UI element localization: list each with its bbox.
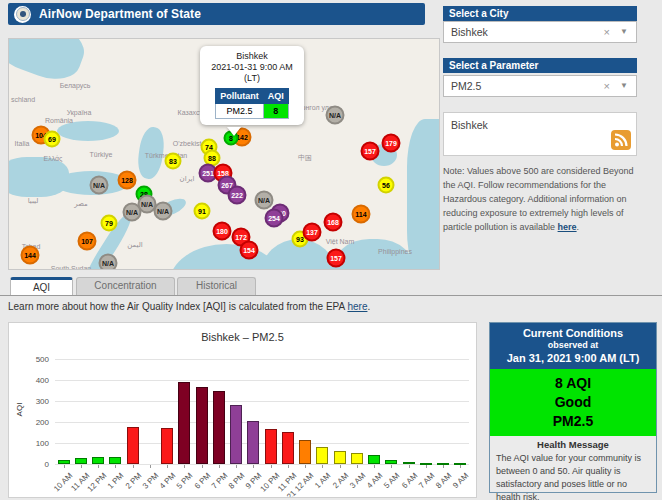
note-here-link[interactable]: here	[558, 222, 577, 232]
chart-y-tick: 500	[25, 355, 49, 364]
map-aqi-marker[interactable]: N/A	[154, 202, 173, 221]
chart-x-label: 7 AM	[417, 471, 436, 490]
chart-bar	[230, 405, 242, 464]
chart-x-tick	[133, 465, 134, 468]
note-text: Note: Values above 500 are considered Be…	[443, 164, 645, 234]
chart-x-label: 8 PM	[227, 471, 247, 491]
map-aqi-marker[interactable]: 144	[21, 246, 40, 265]
popup-pollutant-value: PM2.5	[216, 104, 264, 119]
popup-datetime: 2021-01-31 9:00 AM	[204, 62, 300, 73]
health-message-title: Health Message	[496, 439, 650, 450]
map-country-label: Україна	[67, 109, 92, 116]
chart-x-tick	[98, 465, 99, 468]
map-aqi-marker[interactable]: 79	[101, 215, 118, 232]
map-aqi-marker[interactable]: 254	[265, 209, 284, 228]
parameter-chevron-down-icon[interactable]: ▼	[620, 76, 628, 96]
map-aqi-marker[interactable]: 222	[228, 186, 247, 205]
map-aqi-marker[interactable]: N/A	[90, 176, 109, 195]
map-aqi-marker[interactable]: N/A	[255, 191, 274, 210]
tab-concentration[interactable]: Concentration	[76, 277, 175, 295]
rss-feed-box: Bishkek	[443, 112, 637, 156]
map-country-label: România	[45, 117, 73, 124]
map-aqi-marker[interactable]: 168	[324, 213, 343, 232]
chart-x-tick	[409, 465, 410, 468]
map-aqi-marker[interactable]: 128	[118, 171, 137, 190]
map-aqi-marker[interactable]: N/A	[99, 254, 118, 271]
department-of-state-seal-icon	[14, 6, 31, 23]
map-aqi-marker[interactable]: N/A	[123, 203, 142, 222]
chart-bar	[299, 440, 311, 464]
rss-icon[interactable]	[611, 130, 631, 150]
observed-datetime: Jan 31, 2021 9:00 AM (LT)	[490, 351, 656, 366]
airnow-page: AirNow Department of State schlandБелару…	[0, 0, 662, 500]
map-aqi-marker[interactable]: 137	[303, 223, 322, 242]
chart-bar	[75, 458, 87, 464]
map-aqi-marker[interactable]: 114	[352, 205, 371, 224]
city-select[interactable]: Bishkek × ▼	[443, 21, 637, 43]
chart-x-tick	[236, 465, 237, 468]
chart-x-tick	[202, 465, 203, 468]
tab-historical[interactable]: Historical	[177, 277, 256, 295]
map-aqi-marker[interactable]: 107	[78, 232, 97, 251]
chart-bar	[385, 460, 397, 464]
health-message-box: Health Message The AQI value for your co…	[490, 436, 656, 492]
aqi-world-map[interactable]: schlandБеларусьУкраїнаRomâniaItaliaΕλλάς…	[8, 38, 440, 270]
map-country-label: Türkiye	[90, 151, 113, 158]
map-aqi-marker[interactable]: N/A	[326, 106, 345, 125]
chart-x-label: 2 PM	[123, 471, 143, 491]
chart-x-tick	[374, 465, 375, 468]
map-aqi-marker[interactable]: 154	[240, 241, 259, 260]
aqi-value: 8 AQI	[490, 374, 656, 393]
map-aqi-marker[interactable]: 179	[382, 134, 401, 153]
map-country-label: South Sudan	[51, 265, 91, 271]
city-chevron-down-icon[interactable]: ▼	[620, 22, 628, 42]
parameter-clear-icon[interactable]: ×	[604, 76, 610, 96]
map-aqi-marker[interactable]: 69	[44, 131, 61, 148]
map-aqi-marker[interactable]: 56	[378, 177, 395, 194]
map-aqi-marker[interactable]: 180	[213, 222, 232, 241]
observed-at-label: observed at	[490, 340, 656, 351]
chart-x-label: 10 AM	[52, 471, 74, 493]
chart-bar	[403, 462, 415, 464]
chart-x-tick	[305, 465, 306, 468]
popup-col-pollutant: Pollutant	[216, 89, 264, 104]
chart-x-label: 7 PM	[210, 471, 230, 491]
chart-bar	[213, 391, 225, 464]
chart-y-tick: 300	[25, 397, 49, 406]
chart-x-label: 6 AM	[400, 471, 419, 490]
tab-divider	[0, 295, 662, 296]
tab-aqi[interactable]: AQI	[10, 277, 73, 295]
chart-bar	[282, 432, 294, 464]
parameter-select[interactable]: PM2.5 × ▼	[443, 75, 637, 97]
map-aqi-marker[interactable]: 157	[361, 142, 380, 161]
map-country-label: Беларусь	[60, 82, 91, 89]
chart-bar	[247, 421, 259, 464]
map-country-label: ليبيا	[28, 197, 39, 205]
chart-gridline	[55, 359, 469, 360]
map-country-label: schland	[11, 96, 35, 103]
chart-y-tick: 400	[25, 376, 49, 385]
map-country-label: Việt Nam	[326, 238, 355, 245]
learn-more-here-link[interactable]: here	[347, 301, 367, 312]
popup-col-aqi: AQI	[263, 89, 288, 104]
chart-x-label: 8 AM	[434, 471, 453, 490]
chart-x-tick	[443, 465, 444, 468]
map-country-label: Ελλάς	[44, 155, 63, 162]
popup-aqi-value: 8	[263, 104, 288, 119]
map-country-label: ايران	[180, 175, 195, 183]
map-aqi-marker[interactable]: 91	[194, 203, 211, 220]
parameter-select-value: PM2.5	[451, 80, 481, 92]
map-aqi-marker[interactable]: 157	[327, 249, 346, 268]
chart-gridline	[55, 401, 469, 402]
chart-x-label: 2 AM	[331, 471, 350, 490]
chart-x-tick	[340, 465, 341, 468]
chart-bar	[196, 387, 208, 464]
chart-bar	[334, 451, 346, 464]
chart-x-label: 1 AM	[313, 471, 332, 490]
city-clear-icon[interactable]: ×	[604, 22, 610, 42]
map-popup-pointer	[227, 127, 241, 136]
map-aqi-marker[interactable]: 83	[165, 153, 182, 170]
chart-x-tick	[219, 465, 220, 468]
chart-x-tick	[288, 465, 289, 468]
popup-table: Pollutant AQI PM2.5 8	[215, 88, 289, 119]
